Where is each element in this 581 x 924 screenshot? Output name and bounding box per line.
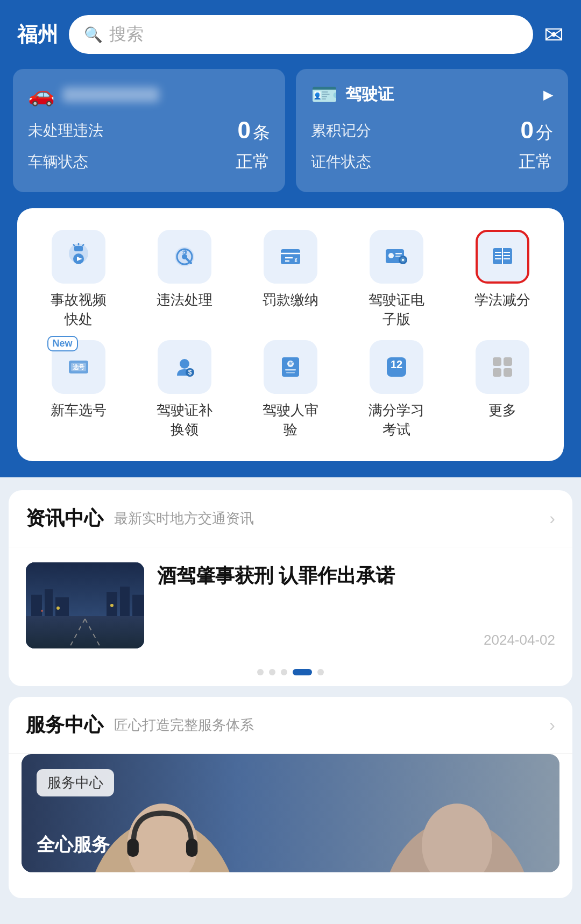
dot-5[interactable]: [317, 669, 324, 675]
svg-point-23: [402, 259, 404, 261]
service-center-subtitle: 匠心打造完整服务体系: [114, 716, 254, 735]
svg-rect-41: [286, 372, 295, 373]
news-content: 酒驾肇事获刑 认罪作出承诺 2024-04-02: [157, 562, 555, 648]
svg-rect-48: [504, 368, 512, 377]
city-label: 福州: [17, 21, 58, 48]
more-icon-wrap: [476, 340, 529, 394]
accident-video-icon-wrap: [52, 230, 105, 284]
services-grid-row1: 事故视频快处 违 违法处理: [28, 230, 553, 329]
driver-review-label: 驾驶人审验: [263, 400, 318, 440]
fine-icon-wrap: ¥: [264, 230, 317, 284]
dot-3[interactable]: [281, 669, 287, 675]
law-score-label: 学法减分: [474, 290, 530, 309]
service-full-score[interactable]: 12 满分学习考试: [346, 340, 447, 440]
service-digital-license[interactable]: 驾驶证电子版: [346, 230, 447, 329]
service-center-title: 服务中心: [26, 712, 103, 738]
svg-point-60: [110, 604, 114, 607]
vehicle-status-row: 车辆状态 正常: [28, 150, 270, 174]
service-fine[interactable]: ¥ 罚款缴纳: [240, 230, 341, 329]
svg-point-35: [180, 359, 189, 369]
full-score-icon: 12: [382, 353, 410, 381]
svg-point-59: [56, 606, 60, 610]
news-thumb-road-svg: [26, 562, 144, 648]
fine-label: 罚款缴纳: [263, 290, 318, 309]
service-center-image[interactable]: 服务中心 全心服务: [22, 754, 559, 872]
news-date: 2024-04-02: [157, 632, 555, 648]
svg-rect-19: [395, 253, 402, 255]
vehicle-card-header: 🚗: [28, 82, 270, 107]
svg-rect-46: [504, 357, 512, 366]
violation-icon: 违: [171, 243, 199, 271]
svg-text:¥: ¥: [294, 257, 297, 263]
info-cards-row: 🚗 未处理违法 0条 车辆状态 正常 🪪 驾驶证 ▶ 累积记分: [13, 69, 568, 192]
pagination-dots: [9, 664, 572, 686]
cert-status-value: 正常: [519, 150, 553, 174]
news-section-title: 资讯中心: [26, 505, 103, 532]
license-renew-icon-wrap: $: [158, 340, 211, 394]
service-center-card: 服务中心 匠心打造完整服务体系 ›: [9, 697, 572, 898]
new-car-label: 新车选号: [51, 400, 107, 420]
svg-point-18: [388, 253, 394, 258]
license-card-title: 驾驶证: [345, 83, 394, 105]
law-score-icon-wrap: [476, 230, 529, 284]
search-icon: 🔍: [84, 26, 103, 44]
svg-text:$: $: [188, 369, 192, 376]
service-more[interactable]: 更多: [452, 340, 553, 440]
vehicle-status-value: 正常: [236, 150, 270, 174]
dot-1[interactable]: [257, 669, 264, 675]
svg-rect-40: [285, 369, 296, 371]
points-label: 累积记分: [311, 121, 371, 141]
news-section-header[interactable]: 资讯中心 最新实时地方交通资讯 ›: [9, 490, 572, 547]
new-car-icon: 选号: [65, 353, 93, 381]
news-section-arrow: ›: [549, 509, 555, 528]
accident-video-label: 事故视频快处: [51, 290, 107, 329]
svg-rect-56: [26, 616, 144, 648]
service-license-renew[interactable]: $ 驾驶证补换领: [134, 340, 235, 440]
service-center-img-text: 全心服务: [37, 833, 110, 857]
dot-4-active[interactable]: [293, 669, 312, 675]
search-bar[interactable]: 🔍 搜索: [69, 15, 533, 54]
main-content: 资讯中心 最新实时地方交通资讯 ›: [0, 477, 581, 898]
service-new-car[interactable]: New 选号 新车选号: [28, 340, 129, 440]
news-section-card: 资讯中心 最新实时地方交通资讯 ›: [9, 490, 572, 686]
news-item[interactable]: 酒驾肇事获刑 认罪作出承诺 2024-04-02: [9, 547, 572, 664]
svg-text:违: 违: [182, 249, 187, 255]
svg-rect-45: [493, 357, 501, 366]
svg-text:12: 12: [391, 358, 402, 370]
vehicle-card[interactable]: 🚗 未处理违法 0条 车辆状态 正常: [13, 69, 285, 192]
news-title: 酒驾肇事获刑 认罪作出承诺: [157, 562, 555, 589]
license-card-header: 🪪 驾驶证 ▶: [311, 82, 553, 107]
services-grid-row2: New 选号 新车选号 $: [28, 340, 553, 440]
service-law-score[interactable]: 学法减分: [452, 230, 553, 329]
violation-label: 违法处理: [157, 290, 212, 309]
svg-rect-66: [186, 838, 197, 856]
more-label: 更多: [488, 400, 516, 420]
dot-2[interactable]: [269, 669, 275, 675]
more-icon: [488, 353, 516, 381]
service-accident-video[interactable]: 事故视频快处: [28, 230, 129, 329]
full-score-label: 满分学习考试: [369, 400, 424, 440]
license-icon: 🪪: [311, 82, 338, 107]
law-score-icon: [488, 243, 516, 271]
service-center-header[interactable]: 服务中心 匠心打造完整服务体系 ›: [9, 697, 572, 754]
service-center-arrow: ›: [549, 715, 555, 735]
digital-license-icon-wrap: [370, 230, 423, 284]
svg-rect-47: [493, 368, 501, 377]
vehicle-icon: 🚗: [28, 82, 55, 107]
license-renew-icon: $: [171, 353, 199, 381]
driver-review-icon: 审: [277, 353, 304, 381]
svg-text:审: 审: [288, 361, 292, 365]
service-driver-review[interactable]: 审 驾驶人审验: [240, 340, 341, 440]
points-value: 0分: [521, 117, 553, 145]
violations-value: 0条: [238, 117, 270, 145]
news-thumbnail: [26, 562, 144, 648]
fine-icon: ¥: [277, 243, 304, 271]
service-violation[interactable]: 违 违法处理: [134, 230, 235, 329]
full-score-icon-wrap: 12: [370, 340, 423, 394]
vehicle-status-label: 车辆状态: [28, 152, 88, 172]
license-card[interactable]: 🪪 驾驶证 ▶ 累积记分 0分 证件状态 正常: [296, 69, 568, 192]
vehicle-plate-blur: [62, 87, 159, 102]
mail-icon[interactable]: ✉: [544, 21, 564, 48]
violation-icon-wrap: 违: [158, 230, 211, 284]
svg-text:选号: 选号: [73, 364, 85, 370]
